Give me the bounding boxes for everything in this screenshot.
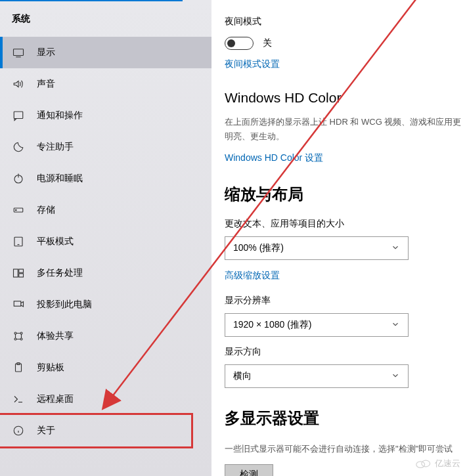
power-icon <box>12 172 25 185</box>
detect-button[interactable]: 检测 <box>225 464 273 476</box>
sidebar-item-tablet[interactable]: 平板模式 <box>0 226 211 257</box>
hd-color-title: Windows HD Color <box>225 90 467 106</box>
svg-rect-11 <box>19 274 24 277</box>
svg-point-16 <box>20 338 22 340</box>
chevron-down-icon <box>391 320 400 331</box>
night-mode-section: 夜间模式 关 夜间模式设置 <box>225 16 467 70</box>
svg-rect-0 <box>14 49 24 56</box>
project-icon <box>12 298 25 311</box>
sidebar-item-label: 声音 <box>37 78 55 90</box>
sidebar-item-label: 体验共享 <box>37 330 74 342</box>
svg-point-25 <box>422 460 430 467</box>
resolution-label: 显示分辨率 <box>225 295 467 307</box>
sidebar-item-focus[interactable]: 专注助手 <box>0 131 211 163</box>
scale-layout-title: 缩放与布局 <box>225 184 467 205</box>
sidebar-item-storage[interactable]: 存储 <box>0 194 211 226</box>
sidebar-item-share[interactable]: 体验共享 <box>0 320 211 352</box>
multi-display-title: 多显示器设置 <box>225 408 467 429</box>
display-icon <box>12 46 25 59</box>
advanced-scale-link[interactable]: 高级缩放设置 <box>225 270 280 282</box>
sidebar-list: 显示 声音 通知和操作 专注助手 电源和睡眠 存储 平板模式 多任务处理 <box>0 37 211 448</box>
svg-point-14 <box>20 332 22 334</box>
sidebar-item-about[interactable]: 关于 <box>0 413 193 448</box>
scale-value: 100% (推荐) <box>233 242 284 254</box>
hd-color-link[interactable]: Windows HD Color 设置 <box>225 152 323 164</box>
sidebar-item-clipboard[interactable]: 剪贴板 <box>0 352 211 383</box>
sidebar-item-label: 多任务处理 <box>37 267 83 279</box>
share-icon <box>12 330 25 343</box>
sidebar-item-label: 显示 <box>37 47 55 58</box>
scale-label: 更改文本、应用等项目的大小 <box>225 218 467 230</box>
sidebar-item-label: 关于 <box>37 425 55 437</box>
orientation-select[interactable]: 横向 <box>225 364 409 388</box>
sidebar-item-label: 平板模式 <box>37 236 74 248</box>
svg-rect-12 <box>14 301 21 307</box>
orientation-label: 显示方向 <box>225 346 467 358</box>
hd-color-desc: 在上面所选择的显示器上让 HDR 和 WCG 视频、游戏和应用更明亮、更生动。 <box>225 115 467 144</box>
sidebar-item-display[interactable]: 显示 <box>0 37 211 68</box>
storage-icon <box>12 204 25 217</box>
sidebar: 系统 显示 声音 通知和操作 专注助手 电源和睡眠 存储 平板模式 <box>0 0 211 476</box>
sound-icon <box>12 77 25 91</box>
night-mode-title: 夜间模式 <box>225 16 467 28</box>
tablet-icon <box>12 235 25 248</box>
sidebar-header: 系统 <box>0 0 211 37</box>
orientation-value: 横向 <box>233 370 252 382</box>
sidebar-item-label: 远程桌面 <box>37 393 74 405</box>
notification-icon <box>12 109 25 122</box>
hd-color-section: Windows HD Color 在上面所选择的显示器上让 HDR 和 WCG … <box>225 90 467 164</box>
svg-point-15 <box>14 338 16 340</box>
accent-line <box>0 0 183 1</box>
resolution-value: 1920 × 1080 (推荐) <box>233 319 311 331</box>
sidebar-item-label: 通知和操作 <box>37 110 83 121</box>
sidebar-item-label: 投影到此电脑 <box>37 299 92 311</box>
svg-rect-2 <box>14 112 23 119</box>
sidebar-item-sound[interactable]: 声音 <box>0 68 211 100</box>
sidebar-item-label: 剪贴板 <box>37 362 64 374</box>
multi-display-desc: 一些旧式显示器可能不会进行自动连接，选择"检测"即可尝试 <box>225 442 467 456</box>
scale-layout-section: 缩放与布局 更改文本、应用等项目的大小 100% (推荐) 高级缩放设置 显示分… <box>225 184 467 388</box>
sidebar-item-power[interactable]: 电源和睡眠 <box>0 163 211 194</box>
about-icon <box>12 424 25 437</box>
night-mode-state: 关 <box>263 37 272 49</box>
svg-point-6 <box>16 209 17 211</box>
svg-rect-9 <box>14 269 18 277</box>
sidebar-item-remote[interactable]: 远程桌面 <box>0 383 211 415</box>
svg-rect-10 <box>19 269 24 272</box>
focus-icon <box>12 141 25 154</box>
main-content: 夜间模式 关 夜间模式设置 Windows HD Color 在上面所选择的显示… <box>211 0 467 476</box>
clipboard-icon <box>12 361 25 374</box>
watermark: 亿速云 <box>415 458 460 469</box>
svg-point-24 <box>416 462 425 468</box>
svg-point-13 <box>14 332 16 334</box>
chevron-down-icon <box>391 371 400 382</box>
sidebar-item-project[interactable]: 投影到此电脑 <box>0 289 211 320</box>
sidebar-item-label: 存储 <box>37 204 55 216</box>
sidebar-item-label: 电源和睡眠 <box>37 173 83 184</box>
sidebar-item-label: 专注助手 <box>37 141 74 153</box>
remote-icon <box>12 393 25 406</box>
chevron-down-icon <box>391 243 400 254</box>
night-mode-settings-link[interactable]: 夜间模式设置 <box>225 58 280 70</box>
night-mode-toggle[interactable] <box>225 37 254 50</box>
sidebar-item-multitask[interactable]: 多任务处理 <box>0 257 211 289</box>
sidebar-item-notifications[interactable]: 通知和操作 <box>0 100 211 131</box>
resolution-select[interactable]: 1920 × 1080 (推荐) <box>225 313 409 337</box>
multitask-icon <box>12 267 25 280</box>
scale-select[interactable]: 100% (推荐) <box>225 236 409 260</box>
